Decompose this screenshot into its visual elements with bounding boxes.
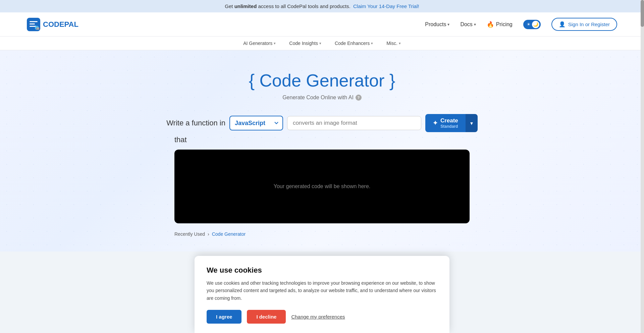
banner-text-after: access to all CodePal tools and products… <box>257 3 350 9</box>
create-button[interactable]: ✦ Create Standard <box>425 114 466 132</box>
docs-chevron-icon: ▾ <box>474 22 476 27</box>
cookie-body: We use cookies and other tracking techno… <box>207 279 437 302</box>
code-output: Your generated code will be shown here. <box>174 150 470 223</box>
recently-used-link[interactable]: Code Generator <box>212 231 246 237</box>
code-placeholder: Your generated code will be shown here. <box>274 183 371 189</box>
main-content: { Code Generator } Generate Code Online … <box>0 50 644 252</box>
svg-text:🤖: 🤖 <box>36 26 40 30</box>
logo-link[interactable]: 🤖 CODEPAL <box>27 18 78 31</box>
function-input[interactable] <box>287 116 421 130</box>
banner-text-bold: unlimited <box>234 3 257 9</box>
sub-nav-misc[interactable]: Misc. ▾ <box>386 41 401 46</box>
misc-chevron-icon: ▾ <box>399 41 401 46</box>
create-btn-arrow[interactable]: ▾ <box>466 114 478 132</box>
banner-text-before: Get <box>225 3 234 9</box>
sub-nav-ai-generators[interactable]: AI Generators ▾ <box>243 41 276 46</box>
scrollbar-thumb[interactable] <box>641 0 644 27</box>
recently-used-arrow: › <box>208 231 209 237</box>
nav-docs[interactable]: Docs ▾ <box>460 21 476 27</box>
cookie-title: We use cookies <box>207 266 437 275</box>
svg-rect-3 <box>30 26 36 27</box>
user-icon: 👤 <box>559 21 566 27</box>
input-label: Write a function in <box>166 119 225 127</box>
create-btn-wrap: ✦ Create Standard ▾ <box>425 114 478 132</box>
input-row: Write a function in JavaScript Python Ja… <box>166 114 478 132</box>
svg-rect-2 <box>30 23 35 24</box>
header: 🤖 CODEPAL Products ▾ Docs ▾ 🔥 Pricing ☀ … <box>0 12 644 37</box>
toggle-circle: 🌙 <box>532 21 539 28</box>
svg-rect-1 <box>30 21 38 22</box>
recently-used-label: Recently Used <box>174 231 205 237</box>
cookie-agree-button[interactable]: I agree <box>207 310 241 324</box>
scrollbar-track[interactable] <box>641 0 644 333</box>
code-insights-chevron-icon: ▾ <box>319 41 321 46</box>
page-subtitle: Generate Code Online with AI ? <box>282 95 362 101</box>
ai-generators-chevron-icon: ▾ <box>274 41 276 46</box>
recently-used: Recently Used › Code Generator <box>174 231 470 237</box>
nav-pricing[interactable]: 🔥 Pricing <box>487 21 513 28</box>
cookie-actions: I agree I decline Change my preferences <box>207 310 437 324</box>
cookie-decline-button[interactable]: I decline <box>247 310 286 324</box>
sub-nav: AI Generators ▾ Code Insights ▾ Code Enh… <box>0 37 644 50</box>
help-icon[interactable]: ? <box>356 95 362 101</box>
sub-nav-code-enhancers[interactable]: Code Enhancers ▾ <box>335 41 373 46</box>
nav-products[interactable]: Products ▾ <box>425 21 449 27</box>
theme-toggle[interactable]: ☀ 🌙 <box>523 20 541 29</box>
that-text: that <box>174 135 187 144</box>
top-banner: Get unlimited access to all CodePal tool… <box>0 0 644 12</box>
products-chevron-icon: ▾ <box>447 22 449 27</box>
code-enhancers-chevron-icon: ▾ <box>371 41 373 46</box>
nav-right: Products ▾ Docs ▾ 🔥 Pricing ☀ 🌙 👤 Sign I… <box>425 18 617 31</box>
cookie-banner: We use cookies We use cookies and other … <box>195 256 449 333</box>
dropdown-arrow-icon: ▾ <box>470 120 473 126</box>
logo-text: CODEPAL <box>43 20 78 29</box>
banner-cta-link[interactable]: Claim Your 14-Day Free Trial! <box>353 3 419 9</box>
fire-icon: 🔥 <box>487 21 494 28</box>
sign-in-button[interactable]: 👤 Sign In or Register <box>551 18 617 31</box>
moon-icon: ☀ <box>527 22 531 27</box>
language-select[interactable]: JavaScript Python Java C++ TypeScript Go… <box>229 116 283 130</box>
cookie-prefs-button[interactable]: Change my preferences <box>291 314 345 320</box>
page-title: { Code Generator } <box>249 70 395 91</box>
sparkle-icon: ✦ <box>433 119 438 127</box>
logo-icon: 🤖 <box>27 18 40 31</box>
sub-nav-code-insights[interactable]: Code Insights ▾ <box>289 41 321 46</box>
